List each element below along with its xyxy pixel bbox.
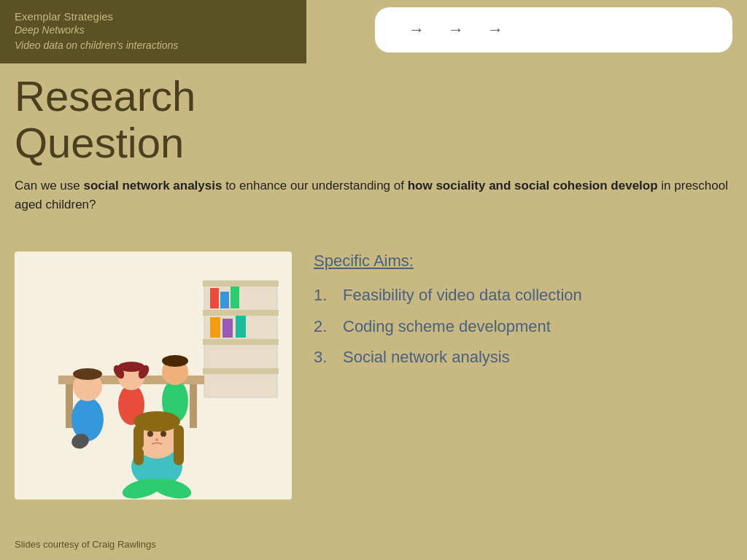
svg-rect-18 [203, 281, 279, 287]
aims-section: Specific Aims: 1. Feasibility of video d… [314, 252, 732, 378]
subtitle1: Deep Networks [15, 23, 292, 38]
svg-point-33 [73, 368, 102, 380]
svg-rect-47 [174, 425, 184, 465]
svg-rect-30 [190, 384, 197, 428]
svg-rect-24 [231, 287, 239, 308]
question-bold2: how sociality and social cohesion develo… [408, 179, 658, 192]
children-photo [15, 252, 292, 499]
svg-point-48 [142, 444, 154, 453]
svg-point-51 [160, 431, 166, 437]
svg-rect-19 [203, 310, 279, 316]
svg-rect-26 [222, 319, 233, 338]
svg-rect-20 [203, 339, 279, 345]
svg-point-42 [162, 355, 188, 367]
aims-list: 1. Feasibility of video data collection … [314, 285, 732, 368]
item-text: Coding scheme development [343, 316, 551, 338]
svg-rect-27 [236, 316, 246, 338]
list-item: 1. Feasibility of video data collection [314, 285, 732, 306]
svg-point-31 [71, 397, 104, 441]
item-text: Feasibility of video data collection [343, 285, 582, 306]
item-number: 2. [314, 316, 334, 338]
question-text: Can we use social network analysis to en… [15, 176, 732, 214]
item-number: 1. [314, 285, 334, 306]
icon-pipeline-box: → → → [375, 7, 732, 52]
arrow1-icon: → [409, 20, 425, 39]
list-item: 2. Coding scheme development [314, 316, 732, 338]
arrow3-icon: → [487, 20, 503, 39]
footer-credits: Slides courtesy of Craig Rawlings [15, 539, 156, 550]
research-question-heading: Research Question [15, 73, 196, 166]
question-prefix: Can we use [15, 179, 84, 192]
list-item: 3. Social network analysis [314, 347, 732, 368]
svg-rect-23 [220, 292, 229, 308]
svg-rect-46 [133, 425, 144, 465]
svg-point-50 [147, 431, 153, 437]
question-bold1: social network analysis [84, 179, 222, 192]
exemplar-title: Exemplar Strategies [15, 10, 292, 23]
arrow2-icon: → [448, 20, 464, 39]
top-header: Exemplar Strategies Deep Networks Video … [0, 0, 306, 63]
svg-rect-25 [210, 317, 220, 338]
svg-rect-22 [210, 288, 219, 308]
svg-point-49 [160, 444, 171, 453]
aims-title: Specific Aims: [314, 252, 732, 271]
question-mid: to enhance our understanding of [222, 179, 407, 192]
item-text: Social network analysis [343, 347, 510, 368]
svg-rect-21 [203, 368, 279, 374]
svg-point-52 [155, 438, 158, 441]
item-number: 3. [314, 347, 334, 368]
subtitle2: Video data on children's interactions [15, 38, 292, 53]
